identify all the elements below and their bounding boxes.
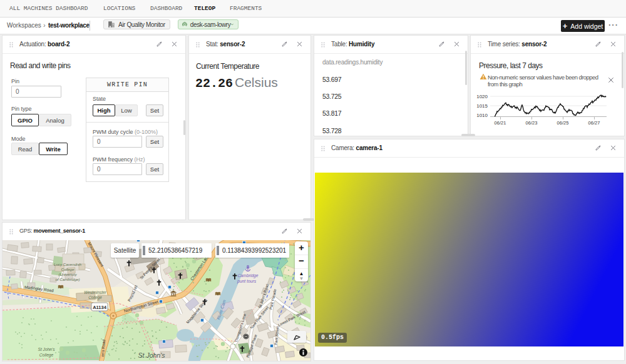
svg-text:06/25: 06/25 [557, 120, 569, 126]
svg-text:Lucy Cavendish: Lucy Cavendish [54, 262, 82, 266]
svg-text:Cambridge: Cambridge [237, 273, 258, 278]
svg-text:College: College [88, 295, 102, 300]
svg-text:06/27: 06/27 [588, 120, 600, 126]
svg-text:1010: 1010 [476, 113, 488, 118]
svg-text:(University: (University [58, 272, 77, 276]
svg-text:punt tours: punt tours [237, 279, 257, 284]
svg-text:College: College [61, 267, 75, 271]
svg-text:of Cambridge): of Cambridge) [55, 277, 80, 281]
svg-text:St John's: St John's [138, 351, 166, 359]
svg-text:1015: 1015 [476, 103, 488, 109]
svg-text:A1134: A1134 [93, 305, 107, 310]
svg-text:St John's: St John's [38, 347, 56, 351]
svg-text:Westminster: Westminster [84, 290, 106, 295]
svg-text:06/23: 06/23 [526, 120, 538, 126]
svg-text:1020: 1020 [476, 94, 488, 99]
svg-text:College: College [39, 353, 54, 358]
svg-text:06/21: 06/21 [495, 120, 506, 126]
